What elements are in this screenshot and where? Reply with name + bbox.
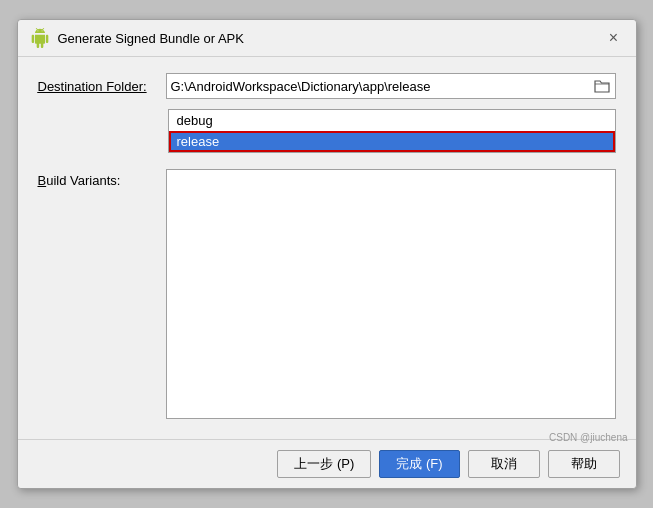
destination-input[interactable] <box>171 79 593 94</box>
finish-button[interactable]: 完成 (F) <box>379 450 459 478</box>
folder-icon[interactable] <box>593 77 611 95</box>
build-variants-label: Build Variants: <box>38 169 158 188</box>
close-button[interactable]: × <box>604 28 624 48</box>
destination-label-underline: D <box>38 79 47 94</box>
android-icon <box>30 28 50 48</box>
dropdown-container: debug release <box>168 109 616 153</box>
destination-row: Destination Folder: <box>38 73 616 99</box>
dialog-title: Generate Signed Bundle or APK <box>58 31 244 46</box>
help-button[interactable]: 帮助 <box>548 450 620 478</box>
destination-input-wrapper <box>166 73 616 99</box>
dialog-footer: 上一步 (P) 完成 (F) 取消 帮助 <box>18 439 636 488</box>
dialog-body: Destination Folder: debug release <box>18 57 636 439</box>
build-variants-label-underline: B <box>38 173 47 188</box>
build-variants-row: Build Variants: <box>38 169 616 419</box>
variants-box <box>166 169 616 419</box>
watermark: CSDN @jiuchena <box>549 432 628 443</box>
prev-button[interactable]: 上一步 (P) <box>277 450 371 478</box>
title-left: Generate Signed Bundle or APK <box>30 28 244 48</box>
generate-signed-bundle-dialog: Generate Signed Bundle or APK × Destinat… <box>17 19 637 489</box>
title-bar: Generate Signed Bundle or APK × <box>18 20 636 57</box>
cancel-button[interactable]: 取消 <box>468 450 540 478</box>
dropdown-list: debug release <box>168 109 616 153</box>
destination-label: Destination Folder: <box>38 79 158 94</box>
dropdown-item-release[interactable]: release <box>169 131 615 152</box>
dropdown-item-debug[interactable]: debug <box>169 110 615 131</box>
